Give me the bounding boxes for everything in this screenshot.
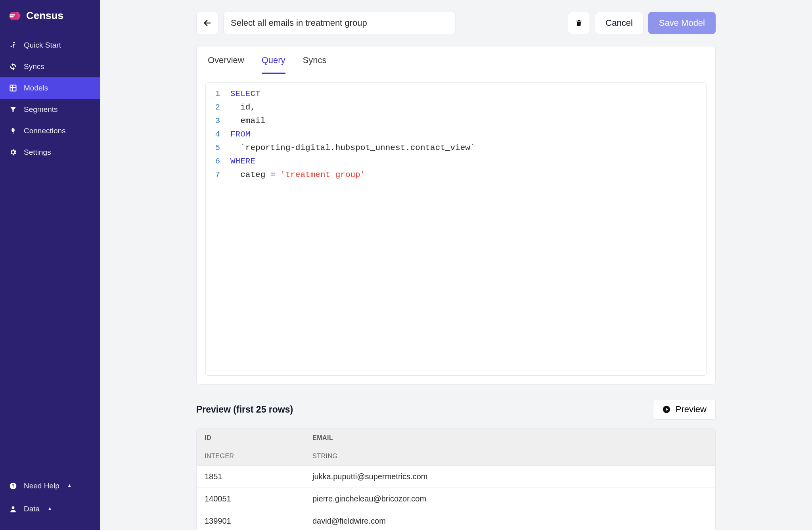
sidebar-item-need-help[interactable]: ? Need Help ▲: [0, 474, 100, 497]
brand-name: Census: [26, 10, 63, 22]
arrow-left-icon: [203, 19, 212, 27]
play-icon: [662, 405, 671, 414]
sidebar-item-models[interactable]: Models: [0, 77, 100, 99]
sidebar-item-quick-start[interactable]: Quick Start: [0, 35, 100, 56]
preview-button-label: Preview: [676, 404, 707, 415]
cell-email: david@fieldwire.com: [304, 510, 715, 530]
sidebar-item-label: Segments: [24, 105, 58, 114]
preview-header: Preview (first 25 rows) Preview: [196, 399, 716, 420]
brand-logo-icon: [9, 10, 21, 22]
cell-id: 140051: [197, 488, 304, 510]
svg-rect-3: [10, 16, 13, 17]
sidebar-item-label: Settings: [24, 148, 51, 157]
model-tabs: Overview Query Syncs: [197, 46, 715, 74]
table-body: 1851jukka.puputti@supermetrics.com140051…: [197, 465, 715, 530]
table-head: ID EMAIL INTEGER STRING: [197, 429, 715, 465]
save-label: Save Model: [659, 18, 705, 28]
chevron-up-icon: ▲: [67, 483, 72, 488]
tab-label: Syncs: [303, 55, 327, 65]
column-type-id: INTEGER: [197, 447, 304, 465]
model-name-input[interactable]: Select all emails in treatment group: [223, 12, 456, 34]
model-header: Select all emails in treatment group Can…: [196, 0, 716, 34]
svg-text:?: ?: [11, 483, 14, 488]
cancel-button[interactable]: Cancel: [595, 12, 643, 34]
line-gutter: 1 2 3 4 5 6 7: [206, 83, 224, 375]
sidebar-item-label: Data: [24, 505, 40, 513]
sidebar-item-syncs[interactable]: Syncs: [0, 56, 100, 77]
sidebar-item-connections[interactable]: Connections: [0, 120, 100, 142]
tab-overview[interactable]: Overview: [208, 55, 244, 74]
column-type-email: STRING: [304, 447, 715, 465]
table-row[interactable]: 140051pierre.gincheleau@bricozor.com: [197, 488, 715, 510]
sidebar-item-label: Syncs: [24, 62, 44, 71]
preview-table: ID EMAIL INTEGER STRING 1851jukka.puputt…: [196, 428, 716, 530]
sidebar-item-segments[interactable]: Segments: [0, 99, 100, 120]
sync-icon: [9, 63, 17, 71]
model-panel: Overview Query Syncs 1 2 3 4 5 6 7 SELEC…: [196, 46, 716, 385]
sidebar-item-label: Need Help: [24, 482, 59, 490]
sidebar-item-label: Quick Start: [24, 41, 61, 50]
save-model-button[interactable]: Save Model: [648, 12, 716, 34]
svg-rect-2: [10, 14, 15, 15]
sidebar: Census Quick Start Syncs Models: [0, 0, 100, 530]
sql-editor[interactable]: 1 2 3 4 5 6 7 SELECT id, email FROM `rep…: [205, 82, 707, 376]
cell-email: pierre.gincheleau@bricozor.com: [304, 488, 715, 510]
sidebar-item-label: Connections: [24, 127, 66, 135]
main-content: Select all emails in treatment group Can…: [100, 0, 812, 530]
plug-icon: [9, 127, 17, 135]
model-name-value: Select all emails in treatment group: [231, 18, 367, 28]
sidebar-footer: ? Need Help ▲ Data ▲: [0, 474, 100, 530]
funnel-icon: [9, 106, 17, 113]
svg-point-4: [13, 42, 15, 43]
gear-icon: [9, 148, 17, 156]
sidebar-nav: Quick Start Syncs Models Segments: [0, 29, 100, 163]
table-row[interactable]: 139901david@fieldwire.com: [197, 510, 715, 530]
tab-syncs[interactable]: Syncs: [303, 55, 327, 74]
svg-point-10: [12, 506, 15, 509]
back-button[interactable]: [196, 12, 218, 34]
cell-id: 1851: [197, 466, 304, 488]
grid-icon: [9, 84, 17, 92]
cell-email: jukka.puputti@supermetrics.com: [304, 466, 715, 488]
tab-query[interactable]: Query: [262, 55, 285, 74]
preview-button[interactable]: Preview: [653, 399, 716, 420]
trash-icon: [575, 19, 583, 27]
help-icon: ?: [9, 482, 17, 490]
tab-label: Query: [262, 55, 285, 65]
sidebar-item-label: Models: [24, 84, 48, 92]
tab-label: Overview: [208, 55, 244, 65]
svg-rect-5: [10, 85, 16, 91]
preview-title: Preview (first 25 rows): [196, 404, 293, 415]
brand: Census: [0, 0, 100, 29]
user-icon: [9, 505, 17, 513]
running-icon: [9, 41, 17, 49]
column-header-email[interactable]: EMAIL: [304, 429, 715, 447]
sql-code[interactable]: SELECT id, email FROM `reporting-digital…: [224, 83, 482, 375]
chevron-up-icon: ▲: [48, 506, 52, 511]
column-header-id[interactable]: ID: [197, 429, 304, 447]
table-row[interactable]: 1851jukka.puputti@supermetrics.com: [197, 465, 715, 488]
delete-button[interactable]: [568, 12, 590, 34]
cancel-label: Cancel: [605, 18, 632, 28]
sidebar-item-settings[interactable]: Settings: [0, 142, 100, 163]
cell-id: 139901: [197, 510, 304, 530]
sidebar-item-data[interactable]: Data ▲: [0, 497, 100, 520]
